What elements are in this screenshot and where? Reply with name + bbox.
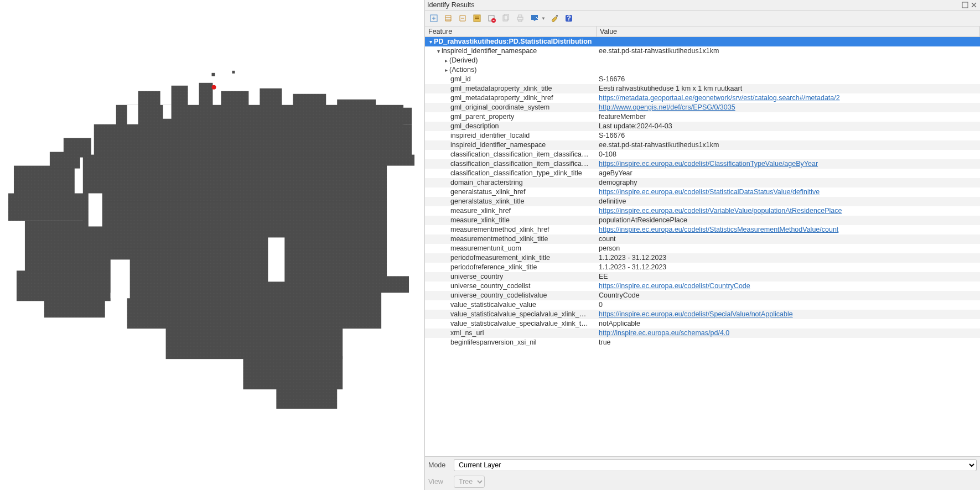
attribute-row[interactable]: classification_classification_item_class… <box>425 159 980 169</box>
attribute-value-link[interactable]: https://inspire.ec.europa.eu/codelist/Co… <box>599 282 750 290</box>
attribute-row[interactable]: measurementunit_uomperson <box>425 244 980 253</box>
attribute-value: true <box>599 338 611 346</box>
attribute-row[interactable]: gml_original_coordinate_systemhttp://www… <box>425 103 980 112</box>
results-tree[interactable]: Feature Value ▾PD_rahvastikutihedus:PD.S… <box>425 27 980 456</box>
attribute-row[interactable]: classification_classification_type_xlink… <box>425 169 980 178</box>
attribute-key: value_statisticalvalue_specialvalue_xlin… <box>450 320 588 327</box>
attribute-row[interactable]: measurementmethod_xlink_hrefhttps://insp… <box>425 225 980 234</box>
attribute-row[interactable]: gml_metadataproperty_xlink_titleEesti ra… <box>425 84 980 93</box>
attribute-key: xml_ns_uri <box>450 329 484 337</box>
attribute-row[interactable]: beginlifespanversion_xsi_niltrue <box>425 338 980 347</box>
collapse-all-icon[interactable] <box>457 13 468 24</box>
attribute-value: S-16676 <box>599 75 625 83</box>
attribute-row[interactable]: periodofreference_xlink_title1.1.2023 - … <box>425 263 980 272</box>
undock-icon[interactable] <box>961 1 969 9</box>
attribute-row[interactable]: inspireid_identifier_namespaceee.stat.pd… <box>425 140 980 150</box>
attribute-row[interactable]: inspireid_identifier_localidS-16676 <box>425 131 980 140</box>
mode-select[interactable]: Current Layer <box>454 459 977 471</box>
attribute-value-link[interactable]: https://inspire.ec.europa.eu/codelist/St… <box>599 226 838 233</box>
attribute-value-link[interactable]: https://inspire.ec.europa.eu/codelist/Va… <box>599 207 842 215</box>
attribute-key: periodofreference_xlink_title <box>450 263 537 271</box>
attribute-row[interactable]: periodofmeasurement_xlink_title1.1.2023 … <box>425 253 980 263</box>
attribute-row[interactable]: xml_ns_urihttp://inspire.ec.europa.eu/sc… <box>425 329 980 338</box>
clear-results-icon[interactable] <box>486 13 497 24</box>
attribute-value-link[interactable]: https://metadata.geoportaal.ee/geonetwor… <box>599 94 840 102</box>
identify-results-panel: Identify Results ▼ ? Feature Value ▾PD_r… <box>425 0 980 490</box>
map-canvas[interactable] <box>0 0 425 490</box>
attribute-value-link[interactable]: http://inspire.ec.europa.eu/schemas/pd/4… <box>599 329 729 337</box>
tree-feature-value: ee.stat.pd-stat-rahvastikutihedus1x1km <box>599 47 719 55</box>
attribute-row[interactable]: domain_characterstringdemography <box>425 178 980 187</box>
attribute-value: EE <box>599 273 608 280</box>
attribute-row[interactable]: generalstatus_xlink_hrefhttps://inspire.… <box>425 187 980 197</box>
attribute-key: value_statisticalvalue_value <box>450 301 536 309</box>
attribute-row[interactable]: value_statisticalvalue_value0 <box>425 300 980 310</box>
tree-layer-label: PD_rahvastikutihedus:PD.StatisticalDistr… <box>434 38 592 45</box>
open-form-icon[interactable] <box>471 13 483 24</box>
help-icon[interactable]: ? <box>563 13 574 24</box>
tree-derived-label: (Derived) <box>449 56 478 64</box>
view-select: Tree <box>454 476 485 488</box>
attribute-key: gml_parent_property <box>450 113 514 121</box>
tree-layer-row[interactable]: ▾PD_rahvastikutihedus:PD.StatisticalDist… <box>425 37 980 46</box>
dropdown-caret-icon[interactable]: ▼ <box>541 16 546 21</box>
attribute-row[interactable]: gml_metadataproperty_xlink_hrefhttps://m… <box>425 93 980 103</box>
attribute-value: 0-108 <box>599 150 616 158</box>
attribute-key: value_statisticalvalue_specialvalue_xlin… <box>450 310 586 318</box>
attribute-row[interactable]: value_statisticalvalue_specialvalue_xlin… <box>425 310 980 319</box>
attribute-value: S-16676 <box>599 132 625 139</box>
attribute-row[interactable]: gml_descriptionLast update:2024-04-03 <box>425 122 980 131</box>
attribute-row[interactable]: measure_xlink_hrefhttps://inspire.ec.eur… <box>425 206 980 216</box>
attribute-value-link[interactable]: https://inspire.ec.europa.eu/codelist/Sp… <box>599 310 793 318</box>
svg-rect-38 <box>475 17 479 18</box>
attribute-value: Last update:2024-04-03 <box>599 122 672 130</box>
attribute-key: gml_description <box>450 122 499 130</box>
attribute-key: measure_xlink_href <box>450 207 511 215</box>
estonia-map-svg <box>0 0 424 489</box>
attribute-row[interactable]: universe_country_codelisthttps://inspire… <box>425 282 980 291</box>
attribute-value: ee.stat.pd-stat-rahvastikutihedus1x1km <box>599 141 719 149</box>
svg-rect-48 <box>556 15 558 17</box>
svg-rect-45 <box>518 15 522 17</box>
attribute-value: count <box>599 235 616 243</box>
attribute-value: person <box>599 244 620 252</box>
attribute-value: notApplicable <box>599 320 640 327</box>
attribute-key: measurementunit_uom <box>450 244 521 252</box>
attribute-key: domain_characterstring <box>450 179 523 186</box>
attribute-row[interactable]: measurementmethod_xlink_titlecount <box>425 234 980 244</box>
tree-derived-row[interactable]: ▸(Derived) <box>425 56 980 65</box>
identify-settings-icon[interactable] <box>529 13 540 24</box>
attribute-key: generalstatus_xlink_href <box>450 188 526 196</box>
expand-new-results-icon[interactable] <box>428 13 439 24</box>
attribute-key: universe_country <box>450 273 503 280</box>
attribute-row[interactable]: value_statisticalvalue_specialvalue_xlin… <box>425 319 980 329</box>
column-header-feature[interactable]: Feature <box>425 27 597 37</box>
attribute-value-link[interactable]: https://inspire.ec.europa.eu/codelist/St… <box>599 188 820 196</box>
identify-toolbar: ▼ ? <box>425 11 980 27</box>
attribute-value-link[interactable]: https://inspire.ec.europa.eu/codelist/Cl… <box>599 160 818 168</box>
attribute-row[interactable]: gml_parent_propertyfeatureMember <box>425 112 980 122</box>
attribute-row[interactable]: classification_classification_item_class… <box>425 150 980 159</box>
tree-header: Feature Value <box>425 27 980 37</box>
attribute-value-link[interactable]: http://www.opengis.net/def/crs/EPSG/0/30… <box>599 103 735 111</box>
expand-all-icon[interactable] <box>443 13 454 24</box>
attribute-value: populationAtResidencePlace <box>599 216 687 224</box>
attribute-value: 0 <box>599 301 603 309</box>
close-icon[interactable] <box>970 1 978 9</box>
attribute-key: gml_metadataproperty_xlink_title <box>450 85 552 92</box>
attribute-row[interactable]: gml_idS-16676 <box>425 75 980 84</box>
attribute-key: generalstatus_xlink_title <box>450 197 524 205</box>
attribute-row[interactable]: universe_countryEE <box>425 272 980 282</box>
tree-actions-row[interactable]: ▸(Actions) <box>425 65 980 75</box>
tree-feature-row[interactable]: ▾inspireid_identifier_namespace ee.stat.… <box>425 46 980 56</box>
options-icon[interactable] <box>549 13 560 24</box>
attribute-value: CountryCode <box>599 291 640 299</box>
attribute-row[interactable]: universe_country_codelistvalueCountryCod… <box>425 291 980 300</box>
attribute-key: gml_original_coordinate_system <box>450 103 549 111</box>
attribute-row[interactable]: measure_xlink_titlepopulationAtResidence… <box>425 216 980 225</box>
tree-feature-label: inspireid_identifier_namespace <box>442 47 537 55</box>
attribute-key: gml_id <box>450 75 471 83</box>
column-header-value[interactable]: Value <box>597 27 980 37</box>
view-label: View <box>428 478 450 486</box>
attribute-row[interactable]: generalstatus_xlink_titledefinitive <box>425 197 980 206</box>
